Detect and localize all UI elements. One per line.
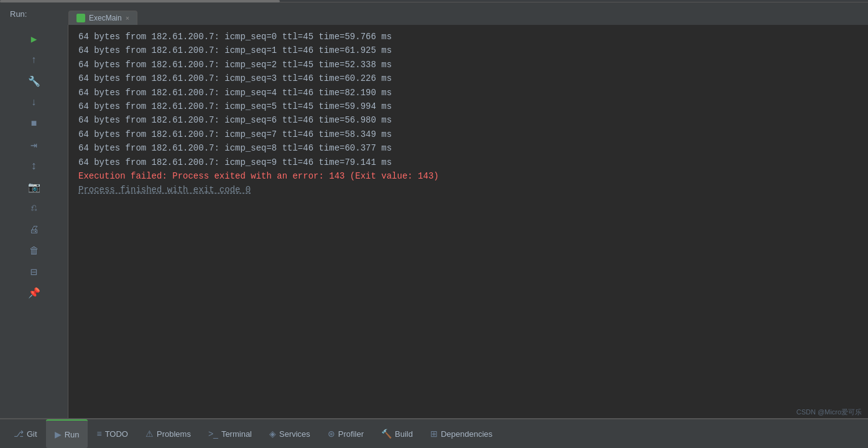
wrench-icon[interactable]: 🔧 [25,72,44,91]
left-toolbar: ▶ ↑ 🔧 ↓ ■ ⇥ ↕ 📷 ⎌ 🖨 🗑 ⊟ 📌 [0,25,68,418]
bottom-item-problems[interactable]: ⚠Problems [137,419,200,448]
todo-label: TODO [105,429,128,439]
output-line: Process finished with exit code 0 [78,183,858,197]
run-label: Run [65,430,80,439]
bottom-item-profiler[interactable]: ⊛Profiler [319,419,372,448]
output-line: 64 bytes from 182.61.200.7: icmp_seq=2 t… [78,58,858,72]
output-line: 64 bytes from 182.61.200.7: icmp_seq=0 t… [78,30,858,44]
tab-run-icon [76,14,85,22]
bottom-item-git[interactable]: ⎇Git [5,419,46,448]
build-icon: 🔨 [381,429,392,439]
problems-icon: ⚠ [145,429,154,439]
output-line: 64 bytes from 182.61.200.7: icmp_seq=7 t… [78,128,858,141]
run-icon: ▶ [55,429,62,439]
output-line: 64 bytes from 182.61.200.7: icmp_seq=4 t… [78,86,858,100]
bottom-item-todo[interactable]: ≡TODO [88,419,137,448]
wrap-lines-icon[interactable]: ⇥ [25,136,44,154]
profiler-icon: ⊛ [328,429,335,439]
problems-label: Problems [157,429,191,439]
tab-close-button[interactable]: × [126,14,129,22]
tab-title: ExecMain [89,14,122,22]
output-area[interactable]: 64 bytes from 182.61.200.7: icmp_seq=0 t… [68,25,868,418]
print-icon[interactable]: 🖨 [25,220,44,239]
watermark: CSDN @Micro爱可乐 [796,408,862,417]
build-label: Build [395,429,413,439]
bottom-item-services[interactable]: ◈Services [261,419,319,448]
scroll-down-button[interactable]: ↓ [25,93,44,112]
restore-icon[interactable]: ⎌ [25,199,44,218]
bottom-item-terminal[interactable]: >_Terminal [200,419,261,448]
camera-icon[interactable]: 📷 [25,178,44,197]
profiler-label: Profiler [338,429,364,439]
git-icon: ⎇ [14,429,24,439]
output-line: 64 bytes from 182.61.200.7: icmp_seq=1 t… [78,44,858,57]
run-label: Run: [10,9,27,19]
pin-icon[interactable]: 📌 [25,284,44,302]
services-label: Services [279,429,310,439]
output-line: 64 bytes from 182.61.200.7: icmp_seq=5 t… [78,100,858,113]
scroll-up-button[interactable]: ↑ [25,51,44,70]
layers-icon[interactable]: ⊟ [25,263,44,281]
dependencies-label: Dependencies [441,429,492,439]
output-line: 64 bytes from 182.61.200.7: icmp_seq=6 t… [78,113,858,127]
trash-icon[interactable]: 🗑 [25,241,44,260]
bottom-item-run[interactable]: ▶Run [46,419,88,448]
bottom-bar: ⎇Git▶Run≡TODO⚠Problems>_Terminal◈Service… [0,418,868,448]
play-button[interactable]: ▶ [25,30,44,49]
git-label: Git [27,429,37,439]
stop-button[interactable]: ■ [25,114,44,133]
output-line: 64 bytes from 182.61.200.7: icmp_seq=9 t… [78,156,858,169]
terminal-label: Terminal [221,429,252,439]
bottom-item-build[interactable]: 🔨Build [372,419,422,448]
output-line: 64 bytes from 182.61.200.7: icmp_seq=8 t… [78,141,858,155]
exec-main-tab[interactable]: ExecMain × [68,11,137,25]
output-line: 64 bytes from 182.61.200.7: icmp_seq=3 t… [78,72,858,85]
run-panel: ▶ ↑ 🔧 ↓ ■ ⇥ ↕ 📷 ⎌ 🖨 🗑 ⊟ 📌 64 bytes from … [0,25,868,418]
bottom-item-dependencies[interactable]: ⊞Dependencies [422,419,501,448]
dependencies-icon: ⊞ [430,429,438,439]
todo-icon: ≡ [96,429,101,439]
tab-bar: Run: ExecMain × [0,2,868,25]
terminal-icon: >_ [208,429,218,439]
output-line: Execution failed: Process exited with an… [78,169,858,183]
services-icon: ◈ [269,429,276,439]
sort-icon[interactable]: ↕ [25,157,44,175]
